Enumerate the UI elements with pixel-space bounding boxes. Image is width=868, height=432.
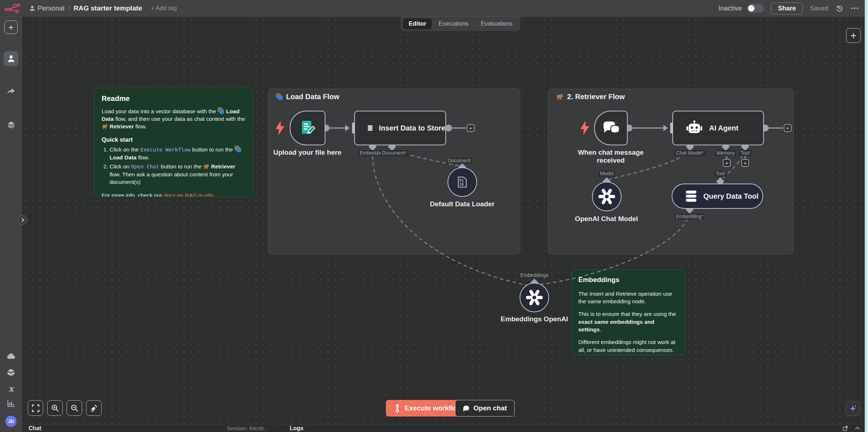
- add-tag-button[interactable]: + Add tag: [151, 5, 177, 12]
- share-arrow-icon: [7, 88, 15, 95]
- readme-footer: For more info, check our docs on RAG in …: [102, 191, 245, 197]
- fit-view-icon: [32, 404, 40, 412]
- rag-docs-link[interactable]: docs on RAG in n8n: [164, 192, 214, 197]
- embeddings-note-p1: The Insert and Retrieve operation use th…: [578, 290, 679, 305]
- sidebar-divider: [4, 412, 18, 412]
- add-connected-node-button[interactable]: +: [467, 124, 475, 132]
- database-icon: [685, 189, 698, 203]
- expand-sidebar-button[interactable]: [18, 215, 27, 225]
- svg-text:01: 01: [459, 178, 464, 182]
- trigger-bolt-icon: [275, 120, 285, 136]
- bar-chart-icon: [7, 400, 15, 407]
- node-chat-trigger[interactable]: [594, 111, 628, 145]
- expand-panel-button[interactable]: [855, 427, 860, 430]
- activate-toggle[interactable]: [747, 4, 764, 13]
- add-memory-button[interactable]: +: [723, 159, 731, 167]
- connector-label-model: Model: [598, 171, 615, 177]
- tab-editor[interactable]: Editor: [403, 18, 432, 29]
- chat-bubbles-icon: [602, 120, 620, 136]
- zoom-out-button[interactable]: [67, 400, 82, 416]
- node-embeddings-openai[interactable]: [520, 283, 549, 312]
- workflow-title[interactable]: RAG starter template: [74, 4, 142, 12]
- node-title: Insert Data to Store: [379, 124, 445, 132]
- create-workflow-button[interactable]: +: [4, 21, 18, 34]
- open-nodes-panel-button[interactable]: +: [846, 28, 861, 43]
- tab-evaluations[interactable]: Evaluations: [475, 18, 518, 29]
- node-default-data-loader[interactable]: 01 10: [448, 167, 477, 197]
- pop-out-panel-button[interactable]: [842, 426, 848, 431]
- sidebar-item-cloud-admin[interactable]: [0, 353, 22, 359]
- readme-sticky-note[interactable]: Readme Load your data into a vector data…: [94, 88, 253, 197]
- user-avatar[interactable]: JD: [5, 416, 17, 427]
- readme-quickstart-heading: Quick start: [102, 136, 245, 144]
- tab-executions[interactable]: Executions: [433, 18, 474, 29]
- trigger-bolt-icon: [579, 120, 590, 136]
- tidy-up-button[interactable]: [86, 400, 102, 416]
- chat-bubble-icon: [463, 405, 470, 411]
- embeddings-note-p2: This is to ensure that they are using th…: [578, 310, 679, 334]
- node-form-trigger[interactable]: [290, 111, 325, 145]
- node-query-data-tool[interactable]: Query Data Tool: [672, 184, 763, 209]
- form-trigger-label: Upload your file here: [273, 149, 342, 157]
- zoom-out-icon: [71, 404, 79, 412]
- breadcrumb-separator: /: [68, 4, 70, 12]
- connector-label-tool-query: Tool: [714, 171, 726, 177]
- connector-label-embedding-required: Embedding*: [675, 213, 705, 220]
- sidebar-item-insights[interactable]: [0, 400, 22, 407]
- toggle-knob: [748, 5, 755, 12]
- n8n-workflow-editor: Readme Load your data into a vector data…: [0, 0, 868, 432]
- dog-icon: [203, 164, 210, 169]
- more-options-button[interactable]: [851, 7, 859, 9]
- workflow-history-button[interactable]: [836, 4, 843, 12]
- books-icon: [276, 93, 283, 100]
- readme-steps: Click on the Execute Workflow button to …: [110, 146, 245, 186]
- open-chat-label: Open chat: [473, 404, 507, 412]
- sidebar-item-data-stores[interactable]: [0, 120, 22, 129]
- openai-icon: [598, 188, 615, 205]
- embeddings-sticky-note[interactable]: Embeddings The Insert and Retrieve opera…: [571, 269, 686, 355]
- top-bar: Personal / RAG starter template + Add ta…: [0, 0, 868, 17]
- zoom-in-button[interactable]: [47, 400, 63, 416]
- ellipsis-icon: [851, 7, 859, 9]
- openai-chat-model-label: OpenAI Chat Model: [575, 215, 638, 223]
- node-title: AI Agent: [709, 124, 738, 132]
- variables-x-icon: x: [9, 384, 14, 393]
- connector-label-embedding: Embeddin: [358, 150, 384, 156]
- open-chat-button[interactable]: Open chat: [455, 400, 515, 416]
- ai-assistant-button[interactable]: [846, 401, 860, 416]
- add-tool-button[interactable]: +: [741, 159, 749, 167]
- sidebar-item-variables[interactable]: x: [0, 384, 22, 393]
- form-upload-icon: [299, 119, 316, 137]
- node-ai-agent[interactable]: AI Agent: [672, 111, 764, 145]
- breadcrumb: Personal / RAG starter template + Add ta…: [30, 0, 177, 17]
- pop-out-icon: [842, 426, 848, 431]
- add-connected-node-button[interactable]: +: [784, 124, 792, 132]
- chat-panel-header[interactable]: Chat Session: 83c4b...: [22, 425, 274, 432]
- broom-icon: [90, 404, 98, 412]
- left-sidebar: +: [0, 17, 22, 432]
- node-insert-data-to-store[interactable]: Insert Data to Store: [354, 111, 446, 145]
- flask-icon: [394, 404, 401, 412]
- robot-icon: [685, 120, 703, 136]
- readme-step-1: Click on the Execute Workflow button to …: [110, 146, 245, 161]
- n8n-logo[interactable]: [4, 3, 20, 13]
- default-data-loader-label: Default Data Loader: [430, 200, 494, 208]
- fit-view-button[interactable]: [28, 400, 43, 416]
- breadcrumb-project[interactable]: Personal: [30, 4, 64, 12]
- sidebar-item-shared[interactable]: [0, 88, 22, 95]
- chat-session-id: Session: 83c4b...: [227, 425, 268, 431]
- logs-panel-header[interactable]: Logs: [275, 425, 868, 432]
- share-button[interactable]: Share: [771, 3, 803, 14]
- node-openai-chat-model[interactable]: [592, 182, 622, 211]
- sidebar-item-templates[interactable]: [0, 369, 22, 376]
- connector-label-embeddings: Embeddings: [519, 272, 550, 278]
- books-icon: [218, 107, 224, 114]
- chevron-up-icon: [855, 427, 860, 430]
- templates-box-icon: [7, 369, 15, 376]
- history-icon: [836, 4, 843, 12]
- embeddings-note-title: Embeddings: [578, 275, 679, 285]
- connector-label-document: Document*: [380, 150, 408, 156]
- saved-status: Saved: [810, 5, 828, 12]
- readme-paragraph: Load your data into a vector database wi…: [102, 107, 245, 131]
- sidebar-item-personal[interactable]: [4, 51, 18, 66]
